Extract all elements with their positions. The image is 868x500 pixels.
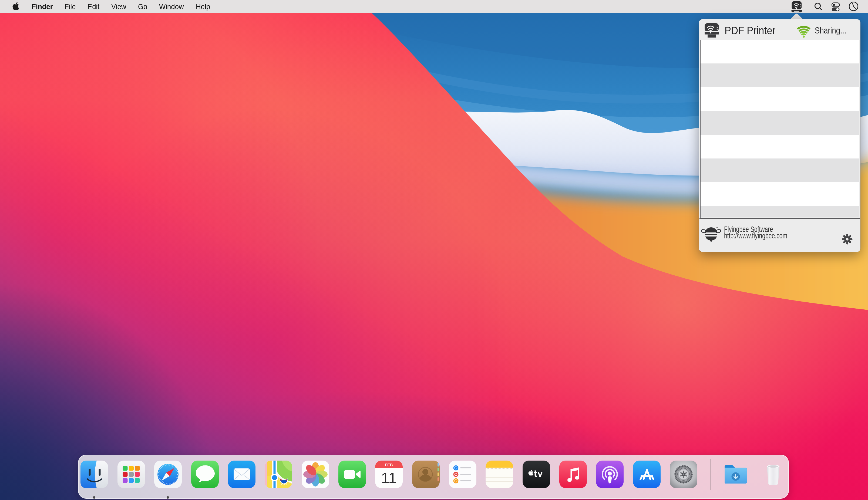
svg-text:280: 280	[281, 482, 287, 486]
svg-text:FEB: FEB	[385, 463, 393, 467]
svg-text:11: 11	[381, 469, 397, 486]
